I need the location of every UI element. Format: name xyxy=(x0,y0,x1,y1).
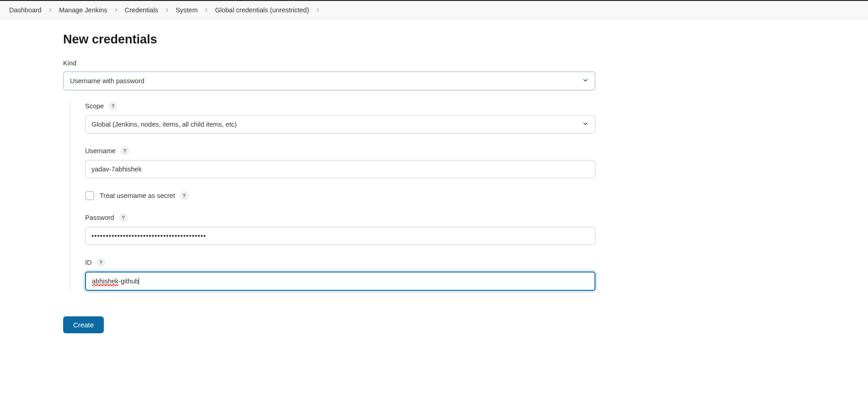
page-title: New credentials xyxy=(63,32,595,47)
treat-username-secret-label: Treat username as secret xyxy=(100,192,175,199)
chevron-right-icon xyxy=(113,7,119,13)
id-label: ID xyxy=(85,259,92,266)
password-field[interactable] xyxy=(85,227,595,245)
help-icon[interactable]: ? xyxy=(108,101,118,111)
breadcrumb-global-credentials[interactable]: Global credentials (unrestricted) xyxy=(215,6,309,14)
chevron-right-icon xyxy=(164,7,170,13)
username-label: Username xyxy=(85,147,116,155)
scope-label: Scope xyxy=(85,102,104,110)
create-button[interactable]: Create xyxy=(63,316,104,333)
help-icon[interactable]: ? xyxy=(180,191,189,200)
breadcrumb: Dashboard Manage Jenkins Credentials Sys… xyxy=(0,1,868,20)
kind-label: Kind xyxy=(63,59,595,67)
breadcrumb-credentials[interactable]: Credentials xyxy=(125,6,158,14)
chevron-right-icon xyxy=(315,7,321,13)
id-value-prefix: abhishek xyxy=(92,278,118,285)
chevron-right-icon xyxy=(47,7,54,13)
id-field[interactable]: abhishek-github xyxy=(85,272,595,291)
help-icon[interactable]: ? xyxy=(96,258,106,267)
id-value-suffix: -github xyxy=(118,278,139,285)
scope-select[interactable]: Global (Jenkins, nodes, items, all child… xyxy=(85,115,595,133)
kind-select[interactable]: Username with password xyxy=(63,71,595,91)
chevron-right-icon xyxy=(203,7,209,13)
treat-username-secret-checkbox[interactable] xyxy=(85,191,94,200)
breadcrumb-system[interactable]: System xyxy=(176,6,198,14)
help-icon[interactable]: ? xyxy=(119,213,128,222)
username-field[interactable] xyxy=(85,160,595,178)
breadcrumb-manage-jenkins[interactable]: Manage Jenkins xyxy=(59,6,107,14)
breadcrumb-dashboard[interactable]: Dashboard xyxy=(9,6,42,14)
password-label: Password xyxy=(85,214,114,221)
help-icon[interactable]: ? xyxy=(120,146,129,155)
